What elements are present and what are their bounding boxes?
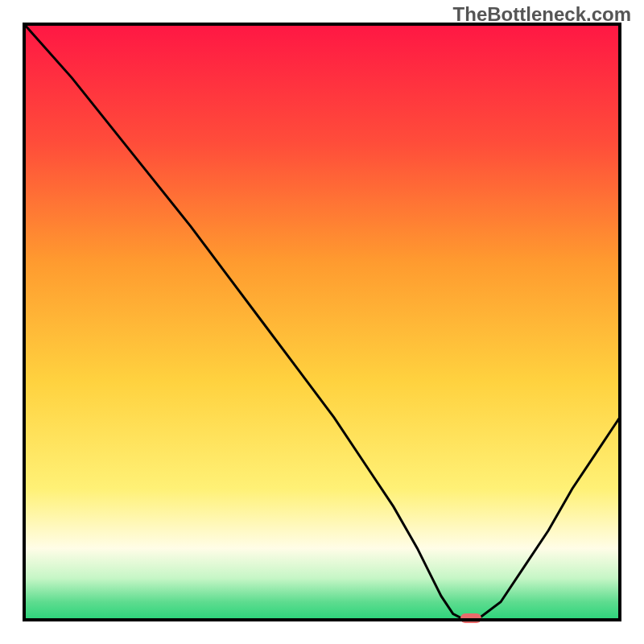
- watermark-text: TheBottleneck.com: [453, 3, 631, 26]
- chart-container: TheBottleneck.com: [0, 0, 644, 644]
- chart-svg: [0, 0, 644, 644]
- plot-background: [24, 24, 620, 620]
